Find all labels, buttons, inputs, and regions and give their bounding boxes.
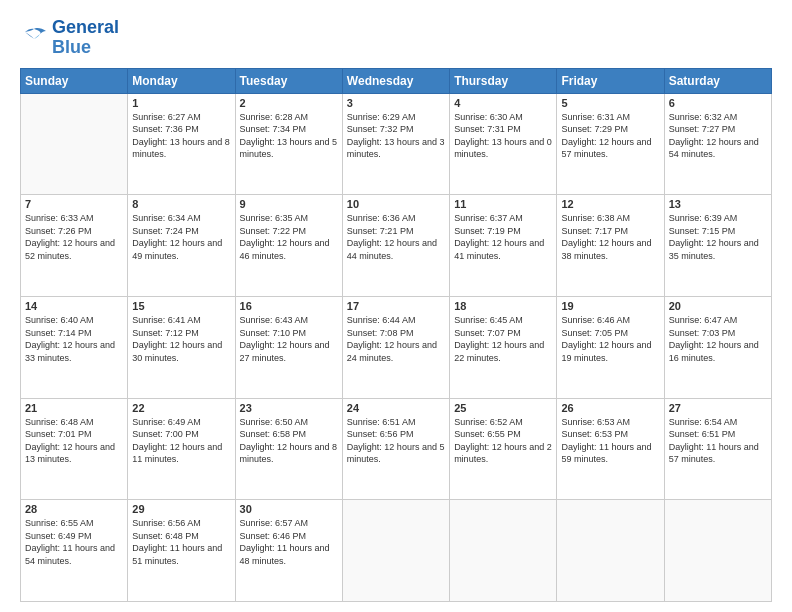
- day-info: Sunrise: 6:33 AMSunset: 7:26 PMDaylight:…: [25, 212, 123, 262]
- week-row-4: 21 Sunrise: 6:48 AMSunset: 7:01 PMDaylig…: [21, 398, 772, 500]
- day-number: 30: [240, 503, 338, 515]
- day-cell: 4 Sunrise: 6:30 AMSunset: 7:31 PMDayligh…: [450, 93, 557, 195]
- day-cell: [664, 500, 771, 602]
- day-number: 9: [240, 198, 338, 210]
- day-info: Sunrise: 6:37 AMSunset: 7:19 PMDaylight:…: [454, 212, 552, 262]
- day-number: 8: [132, 198, 230, 210]
- day-number: 13: [669, 198, 767, 210]
- day-info: Sunrise: 6:45 AMSunset: 7:07 PMDaylight:…: [454, 314, 552, 364]
- day-info: Sunrise: 6:51 AMSunset: 6:56 PMDaylight:…: [347, 416, 445, 466]
- day-cell: 22 Sunrise: 6:49 AMSunset: 7:00 PMDaylig…: [128, 398, 235, 500]
- day-number: 25: [454, 402, 552, 414]
- logo-text-line1: General: [52, 18, 119, 38]
- day-number: 18: [454, 300, 552, 312]
- day-cell: 9 Sunrise: 6:35 AMSunset: 7:22 PMDayligh…: [235, 195, 342, 297]
- day-cell: 19 Sunrise: 6:46 AMSunset: 7:05 PMDaylig…: [557, 296, 664, 398]
- week-row-3: 14 Sunrise: 6:40 AMSunset: 7:14 PMDaylig…: [21, 296, 772, 398]
- col-monday: Monday: [128, 68, 235, 93]
- day-info: Sunrise: 6:39 AMSunset: 7:15 PMDaylight:…: [669, 212, 767, 262]
- day-info: Sunrise: 6:49 AMSunset: 7:00 PMDaylight:…: [132, 416, 230, 466]
- logo: General Blue: [20, 18, 119, 58]
- header-row: Sunday Monday Tuesday Wednesday Thursday…: [21, 68, 772, 93]
- col-thursday: Thursday: [450, 68, 557, 93]
- day-number: 5: [561, 97, 659, 109]
- day-cell: 16 Sunrise: 6:43 AMSunset: 7:10 PMDaylig…: [235, 296, 342, 398]
- day-cell: 18 Sunrise: 6:45 AMSunset: 7:07 PMDaylig…: [450, 296, 557, 398]
- day-info: Sunrise: 6:53 AMSunset: 6:53 PMDaylight:…: [561, 416, 659, 466]
- day-cell: 20 Sunrise: 6:47 AMSunset: 7:03 PMDaylig…: [664, 296, 771, 398]
- day-info: Sunrise: 6:31 AMSunset: 7:29 PMDaylight:…: [561, 111, 659, 161]
- week-row-2: 7 Sunrise: 6:33 AMSunset: 7:26 PMDayligh…: [21, 195, 772, 297]
- col-tuesday: Tuesday: [235, 68, 342, 93]
- day-info: Sunrise: 6:40 AMSunset: 7:14 PMDaylight:…: [25, 314, 123, 364]
- day-number: 17: [347, 300, 445, 312]
- day-number: 28: [25, 503, 123, 515]
- week-row-5: 28 Sunrise: 6:55 AMSunset: 6:49 PMDaylig…: [21, 500, 772, 602]
- day-number: 4: [454, 97, 552, 109]
- day-info: Sunrise: 6:38 AMSunset: 7:17 PMDaylight:…: [561, 212, 659, 262]
- day-cell: [342, 500, 449, 602]
- day-cell: 23 Sunrise: 6:50 AMSunset: 6:58 PMDaylig…: [235, 398, 342, 500]
- col-sunday: Sunday: [21, 68, 128, 93]
- day-cell: 1 Sunrise: 6:27 AMSunset: 7:36 PMDayligh…: [128, 93, 235, 195]
- day-cell: [21, 93, 128, 195]
- day-number: 21: [25, 402, 123, 414]
- day-cell: 15 Sunrise: 6:41 AMSunset: 7:12 PMDaylig…: [128, 296, 235, 398]
- day-info: Sunrise: 6:27 AMSunset: 7:36 PMDaylight:…: [132, 111, 230, 161]
- day-number: 7: [25, 198, 123, 210]
- day-info: Sunrise: 6:47 AMSunset: 7:03 PMDaylight:…: [669, 314, 767, 364]
- day-number: 14: [25, 300, 123, 312]
- day-info: Sunrise: 6:35 AMSunset: 7:22 PMDaylight:…: [240, 212, 338, 262]
- day-cell: 11 Sunrise: 6:37 AMSunset: 7:19 PMDaylig…: [450, 195, 557, 297]
- calendar-table: Sunday Monday Tuesday Wednesday Thursday…: [20, 68, 772, 602]
- col-saturday: Saturday: [664, 68, 771, 93]
- day-info: Sunrise: 6:41 AMSunset: 7:12 PMDaylight:…: [132, 314, 230, 364]
- day-number: 12: [561, 198, 659, 210]
- day-info: Sunrise: 6:32 AMSunset: 7:27 PMDaylight:…: [669, 111, 767, 161]
- day-number: 23: [240, 402, 338, 414]
- day-cell: [450, 500, 557, 602]
- day-info: Sunrise: 6:57 AMSunset: 6:46 PMDaylight:…: [240, 517, 338, 567]
- day-info: Sunrise: 6:30 AMSunset: 7:31 PMDaylight:…: [454, 111, 552, 161]
- day-cell: 2 Sunrise: 6:28 AMSunset: 7:34 PMDayligh…: [235, 93, 342, 195]
- day-cell: 13 Sunrise: 6:39 AMSunset: 7:15 PMDaylig…: [664, 195, 771, 297]
- day-number: 6: [669, 97, 767, 109]
- day-number: 22: [132, 402, 230, 414]
- col-friday: Friday: [557, 68, 664, 93]
- day-info: Sunrise: 6:44 AMSunset: 7:08 PMDaylight:…: [347, 314, 445, 364]
- day-info: Sunrise: 6:55 AMSunset: 6:49 PMDaylight:…: [25, 517, 123, 567]
- day-number: 1: [132, 97, 230, 109]
- day-info: Sunrise: 6:48 AMSunset: 7:01 PMDaylight:…: [25, 416, 123, 466]
- day-cell: 26 Sunrise: 6:53 AMSunset: 6:53 PMDaylig…: [557, 398, 664, 500]
- day-number: 27: [669, 402, 767, 414]
- day-number: 2: [240, 97, 338, 109]
- day-cell: 21 Sunrise: 6:48 AMSunset: 7:01 PMDaylig…: [21, 398, 128, 500]
- day-info: Sunrise: 6:54 AMSunset: 6:51 PMDaylight:…: [669, 416, 767, 466]
- day-info: Sunrise: 6:46 AMSunset: 7:05 PMDaylight:…: [561, 314, 659, 364]
- day-cell: 5 Sunrise: 6:31 AMSunset: 7:29 PMDayligh…: [557, 93, 664, 195]
- day-cell: 10 Sunrise: 6:36 AMSunset: 7:21 PMDaylig…: [342, 195, 449, 297]
- day-info: Sunrise: 6:36 AMSunset: 7:21 PMDaylight:…: [347, 212, 445, 262]
- day-cell: 28 Sunrise: 6:55 AMSunset: 6:49 PMDaylig…: [21, 500, 128, 602]
- day-cell: 3 Sunrise: 6:29 AMSunset: 7:32 PMDayligh…: [342, 93, 449, 195]
- day-cell: [557, 500, 664, 602]
- day-number: 26: [561, 402, 659, 414]
- header: General Blue: [20, 18, 772, 58]
- day-number: 3: [347, 97, 445, 109]
- day-info: Sunrise: 6:52 AMSunset: 6:55 PMDaylight:…: [454, 416, 552, 466]
- day-info: Sunrise: 6:56 AMSunset: 6:48 PMDaylight:…: [132, 517, 230, 567]
- day-info: Sunrise: 6:43 AMSunset: 7:10 PMDaylight:…: [240, 314, 338, 364]
- day-cell: 30 Sunrise: 6:57 AMSunset: 6:46 PMDaylig…: [235, 500, 342, 602]
- col-wednesday: Wednesday: [342, 68, 449, 93]
- day-cell: 6 Sunrise: 6:32 AMSunset: 7:27 PMDayligh…: [664, 93, 771, 195]
- day-info: Sunrise: 6:50 AMSunset: 6:58 PMDaylight:…: [240, 416, 338, 466]
- day-info: Sunrise: 6:28 AMSunset: 7:34 PMDaylight:…: [240, 111, 338, 161]
- day-cell: 24 Sunrise: 6:51 AMSunset: 6:56 PMDaylig…: [342, 398, 449, 500]
- day-number: 10: [347, 198, 445, 210]
- day-cell: 8 Sunrise: 6:34 AMSunset: 7:24 PMDayligh…: [128, 195, 235, 297]
- day-number: 16: [240, 300, 338, 312]
- day-number: 11: [454, 198, 552, 210]
- day-info: Sunrise: 6:29 AMSunset: 7:32 PMDaylight:…: [347, 111, 445, 161]
- day-cell: 25 Sunrise: 6:52 AMSunset: 6:55 PMDaylig…: [450, 398, 557, 500]
- day-number: 24: [347, 402, 445, 414]
